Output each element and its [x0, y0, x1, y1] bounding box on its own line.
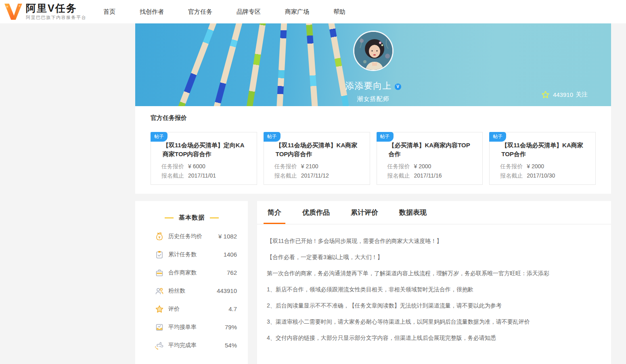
- brand-tagline: 阿里巴巴旗下内容服务平台: [26, 15, 86, 21]
- price-value: ¥ 6000: [188, 163, 205, 169]
- task-card[interactable]: 帖子 【双11会场必买清单】KA商家TOP内容合作 任务报价 ¥ 2100 报名…: [264, 132, 370, 185]
- detail-tabs: 简介 优质作品 累计评价 数据表现: [257, 201, 611, 224]
- task-title: 【双11会场必买清单】KA商家TOP内容合作: [274, 141, 362, 159]
- money-bag-icon: ¥: [155, 232, 164, 241]
- brand-v-icon: [4, 3, 23, 21]
- profile-name: 添添要向上: [345, 80, 392, 92]
- deadline-label: 报名截止: [387, 173, 410, 179]
- intro-paragraph: 2、后台阅读量显示不不不准确，【任务文章阅读数】无法统计到渠道流量，请不要以此为…: [267, 301, 595, 310]
- deadline-value: 2017/11/16: [414, 173, 442, 179]
- task-card[interactable]: 帖子 【必买清单】KA商家内容TOP合作 任务报价 ¥ 2000 报名截止 20…: [377, 132, 483, 185]
- task-card[interactable]: 帖子 【双11会场必买清单】KA商家TOP合作 任务报价 ¥ 2000 报名截止…: [489, 132, 596, 185]
- intro-paragraph: 3、渠道审核小二需要时间，请大家务必耐心等待渠道上线，以阿里妈妈后台流量数据为准…: [267, 317, 595, 326]
- profile-block: 添添要向上 V 潮女搭配师: [135, 31, 611, 103]
- profile-detail-panel: 简介 优质作品 累计评价 数据表现 【双11合作已开始！多会场同步展现，需要合作…: [257, 201, 611, 364]
- post-type-badge: 帖子: [489, 132, 506, 142]
- profile-banner: 添添要向上 V 潮女搭配师 443910 关注: [135, 23, 611, 106]
- briefcase-icon: [155, 268, 164, 278]
- tab-featured-works[interactable]: 优质作品: [301, 201, 331, 224]
- nav-merchant-plaza[interactable]: 商家广场: [282, 6, 312, 17]
- deadline-label: 报名截止: [500, 173, 523, 179]
- clipboard-check-icon: [155, 250, 164, 259]
- tasks-section-title: 官方任务报价: [151, 114, 596, 122]
- task-title: 【双11会场必买清单】KA商家TOP合作: [500, 141, 587, 159]
- inbox-check-icon: [155, 322, 164, 332]
- tab-performance[interactable]: 数据表现: [398, 201, 428, 224]
- star-icon: [155, 304, 164, 314]
- profile-role: 潮女搭配师: [357, 95, 389, 103]
- stat-row-rating: 评价 4.7: [155, 300, 237, 318]
- nav-find-creators[interactable]: 找创作者: [136, 6, 167, 17]
- tab-reviews[interactable]: 累计评价: [350, 201, 379, 224]
- stats-section-title: 基本数据: [155, 214, 229, 222]
- deadline-value: 2017/10/30: [527, 173, 555, 179]
- intro-content: 【双11合作已开始！多会场同步展现，需要合作的商家大大速度咯！】 【合作必看，一…: [257, 224, 611, 342]
- stat-row-total-tasks: 累计任务数 1406: [155, 245, 237, 264]
- intro-paragraph: 【合作必看，一定要看3遍以上哦，大大们！】: [267, 253, 595, 261]
- task-card[interactable]: 帖子 【双11会场必买清单】定向KA商家TOP内容合作 任务报价 ¥ 6000 …: [151, 132, 257, 185]
- page-container: 添添要向上 V 潮女搭配师 443910 关注 官方任务报价 帖子 【双11会场…: [135, 23, 611, 364]
- intro-paragraph: 1、新店不合作，领域必须跟潮流女性类目相关，非相关领域暂时无法合作，很抱歉: [267, 285, 595, 294]
- stat-row-accept-rate: 平均接单率 79%: [155, 318, 237, 336]
- users-icon: [155, 286, 164, 296]
- brand-logo[interactable]: 阿里V任务 阿里巴巴旗下内容服务平台: [4, 3, 86, 21]
- stat-row-completion-rate: 平均完成率 54%: [155, 336, 237, 354]
- task-cards-row: 帖子 【双11会场必买清单】定向KA商家TOP内容合作 任务报价 ¥ 6000 …: [151, 132, 596, 185]
- ok-hand-icon: [155, 341, 164, 350]
- task-title: 【必买清单】KA商家内容TOP合作: [387, 141, 475, 159]
- price-value: ¥ 2100: [301, 163, 318, 169]
- deadline-label: 报名截止: [274, 173, 297, 179]
- price-label: 任务报价: [387, 163, 410, 169]
- deadline-label: 报名截止: [161, 173, 184, 179]
- follower-number: 443910: [553, 91, 573, 98]
- post-type-badge: 帖子: [151, 132, 167, 142]
- follow-count[interactable]: 443910 关注: [541, 90, 588, 99]
- basic-stats-panel: 基本数据 ¥ 历史任务均价 ¥ 1082 累计任务数 1: [135, 201, 248, 364]
- intro-paragraph: 4、交付内容的链接，大部分只显示部分文字内容，但渠道上线后会展现完整版，务必请知…: [267, 333, 595, 342]
- star-icon: [541, 90, 550, 99]
- task-title: 【双11会场必买清单】定向KA商家TOP内容合作: [161, 141, 249, 159]
- brand-name: 阿里V任务: [26, 3, 86, 14]
- title-dash: [165, 218, 174, 218]
- price-label: 任务报价: [274, 163, 297, 169]
- follower-label: 关注: [576, 91, 588, 98]
- title-dash: [210, 218, 219, 218]
- avatar[interactable]: [353, 31, 394, 71]
- post-type-badge: 帖子: [264, 132, 281, 142]
- deadline-value: 2017/11/01: [188, 173, 216, 179]
- nav-brand-zone[interactable]: 品牌专区: [233, 6, 264, 17]
- lower-columns: 基本数据 ¥ 历史任务均价 ¥ 1082 累计任务数 1: [135, 201, 611, 364]
- stat-row-fans: 粉丝数 443910: [155, 282, 237, 300]
- nav-official-tasks[interactable]: 官方任务: [185, 6, 216, 17]
- price-value: ¥ 2000: [414, 163, 431, 169]
- stat-row-merchants: 合作商家数 762: [155, 264, 237, 282]
- price-value: ¥ 2000: [527, 163, 544, 169]
- svg-text:¥: ¥: [159, 235, 161, 239]
- intro-paragraph: 【双11合作已开始！多会场同步展现，需要合作的商家大大速度咯！】: [267, 236, 595, 245]
- price-label: 任务报价: [500, 163, 523, 169]
- post-type-badge: 帖子: [377, 132, 394, 142]
- verified-badge-icon: V: [395, 84, 401, 90]
- official-tasks-panel: 官方任务报价 帖子 【双11会场必买清单】定向KA商家TOP内容合作 任务报价 …: [135, 106, 611, 194]
- tab-intro[interactable]: 简介: [266, 201, 283, 224]
- stat-row-avg-price: ¥ 历史任务均价 ¥ 1082: [155, 227, 237, 245]
- intro-paragraph: 第一次合作的商家，务必沟通清楚再下单，了解渠道内容上线流程，理解万岁，务必联系唯…: [267, 269, 595, 278]
- nav-home[interactable]: 首页: [100, 6, 119, 17]
- nav-help[interactable]: 帮助: [330, 6, 349, 17]
- main-nav: 首页 找创作者 官方任务 品牌专区 商家广场 帮助: [100, 6, 366, 17]
- top-header: 阿里V任务 阿里巴巴旗下内容服务平台 首页 找创作者 官方任务 品牌专区 商家广…: [0, 0, 626, 23]
- deadline-value: 2017/11/12: [301, 173, 329, 179]
- price-label: 任务报价: [161, 163, 184, 169]
